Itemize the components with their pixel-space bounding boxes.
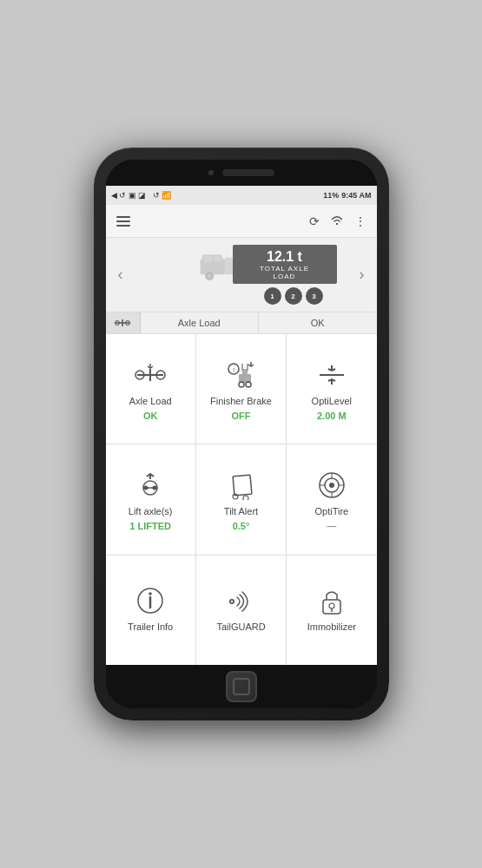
home-button-inner (233, 678, 250, 695)
speaker (222, 169, 274, 176)
optitire-icon (314, 468, 349, 503)
phone-top-bezel (106, 160, 377, 186)
prev-truck-button[interactable]: ‹ (115, 262, 127, 287)
tab-axle-load[interactable]: Axle Load (141, 312, 260, 333)
svg-text:!: ! (233, 366, 234, 374)
svg-rect-34 (234, 475, 253, 496)
svg-point-51 (329, 603, 334, 608)
truck-container: 12.1 t TOTAL AXLE LOAD (155, 245, 328, 284)
axle-2-indicator: 2 (285, 287, 302, 305)
tab-bar: Axle Load OK (106, 312, 377, 334)
header-left (116, 216, 130, 227)
svg-rect-3 (214, 256, 221, 262)
status-left-icons: ◀ ↺ ▣ ◪ ↺ 📶 (111, 191, 172, 200)
tilt-alert-cell[interactable]: Tilt Alert 0.5° (196, 444, 286, 554)
next-truck-button[interactable]: › (356, 262, 368, 287)
truck-center: 12.1 t TOTAL AXLE LOAD 1 2 3 (127, 245, 356, 305)
phone-inner: ◀ ↺ ▣ ◪ ↺ 📶 11% 9:45 AM ⟳ (106, 160, 377, 708)
tab-icon-area (106, 312, 141, 333)
axle-load-cell[interactable]: Axle Load OK (106, 334, 195, 444)
main-grid: Axle Load OK (106, 334, 377, 665)
finisher-brake-cell[interactable]: ! Finisher Brake OFF (196, 334, 286, 444)
phone-bottom-bezel (106, 665, 377, 708)
total-load-value: 12.1 t (250, 248, 320, 265)
axle-3-indicator: 3 (306, 287, 323, 305)
menu-button[interactable] (116, 216, 130, 227)
svg-point-33 (153, 485, 157, 490)
axle-1-indicator: 1 (264, 287, 281, 305)
more-options-button[interactable]: ⋮ (354, 214, 366, 228)
immobilizer-icon (314, 583, 349, 618)
svg-point-49 (231, 601, 233, 602)
svg-rect-22 (242, 369, 248, 378)
axle-load-label: Axle Load (129, 396, 172, 407)
header-right: ⟳ ⋮ (309, 214, 366, 228)
svg-point-36 (243, 496, 248, 500)
axle-load-icon (133, 358, 168, 392)
svg-point-46 (149, 592, 152, 595)
lift-axle-icon (133, 468, 168, 503)
tilt-alert-label: Tilt Alert (224, 506, 258, 517)
lift-axle-value: 1 LIFTED (129, 521, 171, 531)
optitire-value: — (327, 521, 336, 531)
axle-indicators: 1 2 3 (155, 287, 328, 305)
immobilizer-label: Immobilizer (307, 621, 356, 633)
trailer-info-icon (133, 583, 168, 618)
tilt-alert-icon (223, 468, 258, 503)
total-load-banner: 12.1 t TOTAL AXLE LOAD (233, 245, 337, 284)
status-right: 11% 9:45 AM (323, 191, 371, 200)
optilevel-label: OptiLevel (312, 396, 352, 407)
tab-ok[interactable]: OK (259, 312, 377, 333)
tilt-alert-value: 0.5° (233, 521, 250, 531)
total-load-label: TOTAL AXLE LOAD (250, 265, 320, 280)
phone-screen: ◀ ↺ ▣ ◪ ↺ 📶 11% 9:45 AM ⟳ (106, 186, 377, 665)
svg-point-35 (233, 494, 238, 499)
battery-indicator: 11% (323, 191, 339, 200)
optilevel-icon (314, 358, 349, 392)
status-left: ◀ ↺ ▣ ◪ ↺ 📶 (111, 191, 172, 200)
time-display: 9:45 AM (341, 191, 371, 200)
truck-section: ‹ (106, 238, 377, 312)
camera (208, 170, 214, 175)
svg-rect-2 (203, 256, 212, 262)
lift-axle-cell[interactable]: Lift axle(s) 1 LIFTED (106, 444, 195, 554)
home-button[interactable] (226, 671, 257, 702)
refresh-button[interactable]: ⟳ (309, 214, 320, 228)
wifi-icon (330, 214, 344, 228)
finisher-brake-value: OFF (231, 411, 250, 421)
trailer-info-label: Trailer Info (128, 621, 173, 633)
finisher-brake-icon: ! (223, 358, 258, 392)
status-bar: ◀ ↺ ▣ ◪ ↺ 📶 11% 9:45 AM (106, 186, 377, 205)
lift-axle-label: Lift axle(s) (129, 506, 173, 517)
optilevel-value: 2.00 M (317, 411, 347, 421)
axle-load-value: OK (143, 411, 158, 421)
tailguard-cell[interactable]: TailGUARD (196, 556, 286, 665)
app-header: ⟳ ⋮ (106, 205, 377, 238)
finisher-brake-label: Finisher Brake (210, 396, 272, 407)
immobilizer-cell[interactable]: Immobilizer (287, 556, 376, 665)
axle-icon (114, 316, 131, 330)
svg-point-6 (207, 274, 211, 279)
optilevel-cell[interactable]: OptiLevel 2.00 M (287, 334, 376, 444)
trailer-info-cell[interactable]: Trailer Info (106, 556, 195, 665)
svg-point-32 (144, 485, 149, 490)
tailguard-label: TailGUARD (216, 621, 265, 633)
optitire-cell[interactable]: OptiTire — (287, 444, 376, 554)
phone-frame: ◀ ↺ ▣ ◪ ↺ 📶 11% 9:45 AM ⟳ (94, 148, 389, 720)
optitire-label: OptiTire (314, 506, 348, 517)
svg-point-39 (329, 483, 334, 488)
tailguard-icon (223, 583, 258, 618)
